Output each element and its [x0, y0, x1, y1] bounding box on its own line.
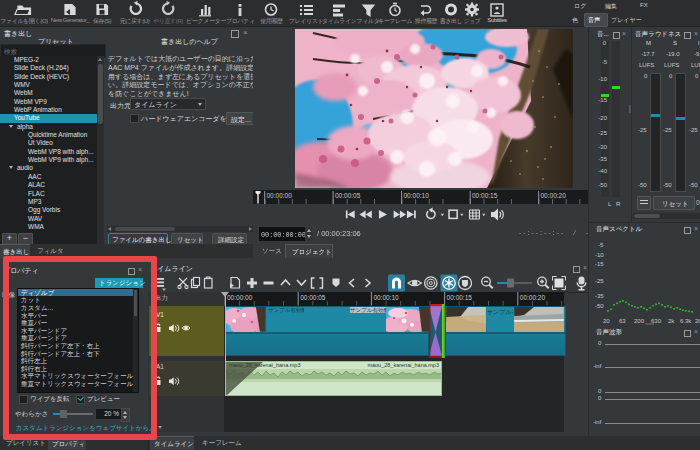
- svg-text:00:00:05: 00:00:05: [335, 192, 361, 199]
- svg-text:00:00:00: 00:00:00: [227, 294, 253, 301]
- svg-text:00:00:05: 00:00:05: [300, 294, 326, 301]
- svg-text:00:00:10: 00:00:10: [404, 192, 430, 199]
- svg-text:00:00:10: 00:00:10: [373, 294, 399, 301]
- svg-text:00:00:00: 00:00:00: [267, 192, 293, 199]
- svg-text:00:00:20: 00:00:20: [541, 192, 567, 199]
- svg-text:00:00:15: 00:00:15: [447, 294, 473, 301]
- svg-text:00:00:20: 00:00:20: [520, 294, 546, 301]
- svg-text:00:00:15: 00:00:15: [472, 192, 498, 199]
